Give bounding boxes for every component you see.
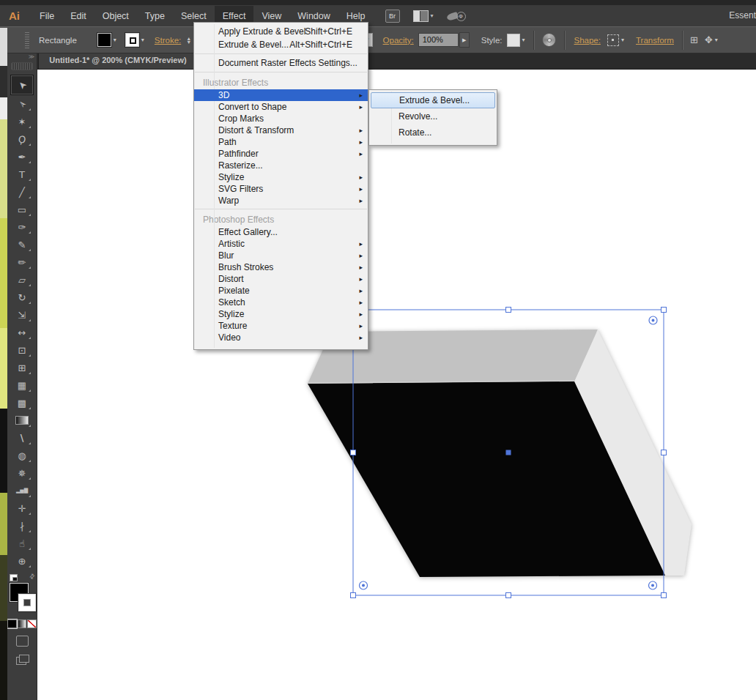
color-button[interactable] xyxy=(7,619,17,628)
arrange-documents-icon[interactable] xyxy=(413,10,429,22)
drawing-modes-button[interactable] xyxy=(16,636,29,647)
menu-item-rasterize[interactable]: Rasterize... xyxy=(194,160,368,171)
magic-wand-tool[interactable]: ✶ xyxy=(11,113,33,130)
menu-item-sketch[interactable]: Sketch▸ xyxy=(194,297,368,308)
gradient-button[interactable] xyxy=(18,619,27,628)
none-button[interactable] xyxy=(27,619,37,628)
menu-item-extrude-bevel[interactable]: Extrude & Bevel...Alt+Shift+Ctrl+E xyxy=(194,38,368,51)
recolor-artwork-icon[interactable] xyxy=(542,33,556,47)
opacity-field[interactable]: 100% xyxy=(418,33,459,47)
menu-item-artistic[interactable]: Artistic▸ xyxy=(194,238,368,250)
submenu-arrow-icon: ▸ xyxy=(359,183,363,195)
menu-item-pixelate[interactable]: Pixelate▸ xyxy=(194,285,368,297)
paintbrush-tool[interactable]: ✑ xyxy=(11,218,33,236)
menu-item-apply-extrude-bevel[interactable]: Apply Extrude & BevelShift+Ctrl+E xyxy=(194,25,368,38)
document-tab[interactable]: Untitled-1* @ 200% (CMYK/Preview) xyxy=(38,52,198,69)
shape-panel-link[interactable]: Shape: xyxy=(574,36,601,45)
menu-item-path[interactable]: Path▸ xyxy=(194,136,368,148)
menu-item-warp[interactable]: Warp▸ xyxy=(194,195,368,206)
screen-mode-button[interactable] xyxy=(16,655,29,665)
transform-panel-link[interactable]: Transform xyxy=(636,36,674,45)
column-graph-tool[interactable]: ▂▅▇ xyxy=(11,482,33,499)
pencil-tool[interactable]: ✎ xyxy=(11,236,33,253)
menu-item-document-raster-effects-settings[interactable]: Document Raster Effects Settings... xyxy=(194,56,368,70)
stroke-weight-stepper[interactable]: ▲▼ xyxy=(186,37,191,44)
menu-type[interactable]: Type xyxy=(137,6,173,26)
width-tool[interactable]: ↔ xyxy=(11,324,33,341)
graphic-style-swatch[interactable] xyxy=(507,34,520,47)
menu-item-effect-gallery[interactable]: Effect Gallery... xyxy=(194,226,368,238)
stroke-caret-icon[interactable]: ▾ xyxy=(141,37,144,43)
default-fill-stroke-icon[interactable] xyxy=(10,574,18,581)
gradient-tool[interactable] xyxy=(11,412,33,429)
artboard-tool[interactable]: ✛ xyxy=(11,499,33,517)
free-transform-tool[interactable]: ⊡ xyxy=(11,341,33,359)
lasso-tool[interactable]: Ϙ xyxy=(11,130,33,148)
menu-item-convert-to-shape[interactable]: Convert to Shape▸ xyxy=(194,101,368,113)
swap-fill-stroke-icon[interactable]: ⇄ xyxy=(28,572,37,581)
menu-item-distort-transform[interactable]: Distort & Transform▸ xyxy=(194,124,368,136)
control-bar-grip[interactable] xyxy=(25,32,29,48)
menu-item-texture[interactable]: Texture▸ xyxy=(194,320,368,332)
pen-tool[interactable]: ✒ xyxy=(11,148,33,165)
slice-tool[interactable]: ∤ xyxy=(11,517,33,535)
shape-builder-tool[interactable]: ⊞ xyxy=(11,359,33,376)
collapse-panel-icon[interactable]: ≫ xyxy=(29,53,34,60)
rectangle-tool[interactable]: ▭ xyxy=(11,201,33,218)
style-caret-icon[interactable]: ▾ xyxy=(522,37,525,43)
select-similar-caret-icon[interactable]: ▾ xyxy=(715,37,718,43)
selection-center-point[interactable] xyxy=(506,450,511,455)
arrange-documents-caret-icon[interactable]: ▾ xyxy=(431,12,434,19)
menu-item-svg-filters[interactable]: SVG Filters▸ xyxy=(194,183,368,195)
eraser-tool[interactable]: ▱ xyxy=(11,271,33,288)
tools-panel-grip[interactable] xyxy=(11,62,33,70)
scale-tool[interactable]: ⇲ xyxy=(11,306,33,324)
menu-item-video[interactable]: Video▸ xyxy=(194,332,368,343)
rotate-tool[interactable]: ↻ xyxy=(11,288,33,306)
shape-properties-icon[interactable] xyxy=(607,34,619,46)
menu-item-brush-strokes[interactable]: Brush Strokes▸ xyxy=(194,261,368,273)
stroke-swatch[interactable] xyxy=(125,33,139,47)
align-panel-icon[interactable]: ⊞ xyxy=(690,34,698,45)
menu-item-crop-marks[interactable]: Crop Marks xyxy=(194,113,368,124)
menu-item-blur[interactable]: Blur▸ xyxy=(194,250,368,261)
line-segment-tool[interactable]: ╱ xyxy=(11,183,33,201)
perspective-grid-tool[interactable]: ▦ xyxy=(11,376,33,394)
menu-item-label: Distort & Transform xyxy=(218,125,294,135)
type-tool[interactable]: T xyxy=(11,165,33,183)
submenu-item-rotate[interactable]: Rotate... xyxy=(369,124,497,141)
zoom-tool[interactable]: ⊕ xyxy=(11,552,33,570)
mesh-tool[interactable]: ▩ xyxy=(11,394,33,412)
stroke-indicator[interactable] xyxy=(18,594,36,611)
menu-item-stylize[interactable]: Stylize▸ xyxy=(194,171,368,183)
submenu-item-revolve[interactable]: Revolve... xyxy=(369,108,497,124)
direct-selection-tool[interactable]: ➢ xyxy=(11,95,33,113)
fill-swatch[interactable] xyxy=(97,33,111,47)
menu-item-shortcut: Shift+Ctrl+E xyxy=(305,25,352,38)
fill-color-control[interactable]: ▾ xyxy=(97,33,116,47)
blob-brush-tool[interactable]: ✏ xyxy=(11,253,33,271)
stroke-panel-link[interactable]: Stroke: xyxy=(155,36,181,45)
menu-file[interactable]: File xyxy=(32,6,62,26)
menu-item-stylize[interactable]: Stylize▸ xyxy=(194,308,368,320)
menu-item-pathfinder[interactable]: Pathfinder▸ xyxy=(194,148,368,160)
menu-object[interactable]: Object xyxy=(94,6,137,26)
bridge-button[interactable]: Br xyxy=(385,10,400,23)
menu-edit[interactable]: Edit xyxy=(62,6,94,26)
selection-tool[interactable]: ➤ xyxy=(10,75,34,95)
opacity-expand-icon[interactable]: ▶ xyxy=(459,32,470,48)
menu-item-distort[interactable]: Distort▸ xyxy=(194,273,368,285)
eyedropper-tool[interactable]: ∖ xyxy=(11,429,33,447)
fill-caret-icon[interactable]: ▾ xyxy=(114,37,116,43)
submenu-item-extrude-bevel[interactable]: Extrude & Bevel... xyxy=(371,92,495,108)
stroke-color-control[interactable]: ▾ xyxy=(125,33,144,47)
menu-item-3d[interactable]: 3D▸ xyxy=(194,89,368,101)
hand-tool[interactable]: ☝ xyxy=(11,535,33,552)
symbol-sprayer-tool[interactable]: ✵ xyxy=(11,464,33,482)
opacity-panel-link[interactable]: Opacity: xyxy=(383,36,414,45)
select-similar-icon[interactable]: ✥ xyxy=(705,34,713,45)
blend-tool[interactable]: ◍ xyxy=(11,447,33,464)
shape-caret-icon[interactable]: ▾ xyxy=(621,37,624,43)
workspace-switcher[interactable]: Essent xyxy=(726,5,756,26)
cs-live-rocket-icon[interactable]: Φ xyxy=(447,10,466,22)
